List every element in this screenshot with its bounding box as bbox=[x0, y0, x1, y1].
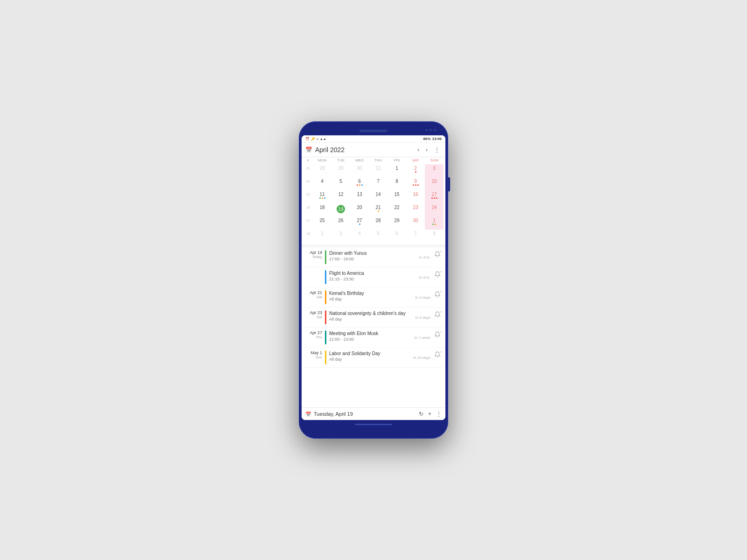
cal-day[interactable]: 28 bbox=[369, 217, 388, 230]
cal-day-sat[interactable]: 23 bbox=[406, 203, 425, 217]
wifi-icon: ⌾ bbox=[317, 137, 318, 140]
cal-day[interactable]: 20 bbox=[350, 203, 369, 217]
cal-day-today[interactable]: 19 bbox=[331, 203, 350, 217]
cal-day[interactable]: 25 bbox=[313, 217, 331, 230]
event-row[interactable]: May 1 Sun Labor and Solidarity Day All d… bbox=[303, 348, 444, 368]
event-date-day: Apr 27 bbox=[305, 330, 322, 335]
next-month-button[interactable]: › bbox=[424, 146, 430, 154]
cal-day[interactable]: 21 bbox=[369, 203, 388, 217]
cal-day[interactable]: 7 bbox=[406, 230, 425, 243]
cal-day[interactable]: 2 bbox=[313, 230, 331, 243]
cal-day[interactable]: 15 bbox=[388, 190, 406, 203]
home-bar bbox=[302, 420, 445, 428]
week-row-16: 16 18 19 20 21 22 23 24 bbox=[303, 203, 444, 217]
cal-day[interactable]: 5 bbox=[369, 230, 388, 243]
cal-day-sun[interactable]: 17 bbox=[425, 190, 444, 203]
event-row[interactable]: Flight to America 21:15 - 23:30 In 9 hr.… bbox=[303, 267, 444, 287]
cal-day[interactable]: 7 bbox=[369, 177, 388, 190]
key-icon: 🔑 bbox=[311, 137, 315, 141]
cal-day-sun-next[interactable]: 1 bbox=[425, 217, 444, 230]
more-bottom-button[interactable]: ⋮ bbox=[436, 411, 442, 417]
event-details: Meeting with Elon Musk 12:00 - 13:00 bbox=[329, 330, 409, 342]
cal-day[interactable]: 5 bbox=[331, 177, 350, 190]
event-bar bbox=[325, 330, 326, 344]
clock-time: 13:06 bbox=[432, 137, 442, 141]
cal-day-sat[interactable]: 16 bbox=[406, 190, 425, 203]
phone-dot-3 bbox=[434, 129, 436, 131]
sat-header: SAT bbox=[406, 157, 425, 163]
cal-day[interactable]: 8 bbox=[388, 177, 406, 190]
event-details: Flight to America 21:15 - 23:30 bbox=[329, 270, 409, 281]
cal-day[interactable]: 4 bbox=[350, 230, 369, 243]
event-time: All day bbox=[329, 297, 409, 301]
add-reminder-button[interactable]: + bbox=[433, 310, 442, 319]
cal-day[interactable]: 30 bbox=[350, 164, 369, 177]
cal-day[interactable]: 22 bbox=[388, 203, 406, 217]
cal-day[interactable]: 29 bbox=[331, 164, 350, 177]
event-title: Kemal's Birthday bbox=[329, 290, 409, 296]
add-event-button[interactable]: + bbox=[428, 411, 431, 417]
event-row[interactable]: Apr 21 Sat Kemal's Birthday All day In 2… bbox=[303, 287, 444, 308]
week-row-15: 15 11 12 13 14 15 16 17 bbox=[303, 190, 444, 203]
cal-day-sat[interactable]: 2 bbox=[406, 164, 425, 177]
phone-dots bbox=[425, 129, 436, 131]
cal-day[interactable]: 13 bbox=[350, 190, 369, 203]
event-date-label: Sat bbox=[305, 315, 322, 319]
cal-day[interactable]: 28 bbox=[313, 164, 331, 177]
add-reminder-button[interactable]: + bbox=[433, 250, 442, 259]
week-17-num: 17 bbox=[303, 217, 313, 230]
more-options-button[interactable]: ⋮ bbox=[432, 146, 442, 154]
add-reminder-button[interactable]: + bbox=[433, 290, 442, 299]
cal-day[interactable]: 12 bbox=[331, 190, 350, 203]
cal-day-sat[interactable]: 9 bbox=[406, 177, 425, 190]
event-row[interactable]: Apr 19 Today Dinner with Yunus 17:00 - 1… bbox=[303, 247, 444, 267]
event-row[interactable]: Apr 27 Thu Meeting with Elon Musk 12:00 … bbox=[303, 328, 444, 348]
cal-day-sun[interactable]: 24 bbox=[425, 203, 444, 217]
cal-day[interactable]: 3 bbox=[331, 230, 350, 243]
cal-day[interactable]: 26 bbox=[331, 217, 350, 230]
event-date-day: Apr 23 bbox=[305, 310, 322, 315]
event-details: National sovereignty & children's day Al… bbox=[329, 310, 409, 322]
cal-day-sun[interactable]: 3 bbox=[425, 164, 444, 177]
add-reminder-button[interactable]: + bbox=[433, 270, 442, 279]
cal-day[interactable]: 6 bbox=[350, 177, 369, 190]
event-bar bbox=[325, 290, 326, 304]
add-reminder-button[interactable]: + bbox=[433, 330, 442, 339]
cal-day[interactable]: 4 bbox=[313, 177, 331, 190]
event-bar bbox=[325, 250, 326, 264]
refresh-button[interactable]: ↻ bbox=[419, 411, 423, 417]
status-bar: ⏰ 🔑 ⌾ ▲▲ 86% 13:06 bbox=[302, 135, 445, 143]
cal-day[interactable]: 11 bbox=[313, 190, 331, 203]
cal-day[interactable]: 6 bbox=[388, 230, 406, 243]
cal-day[interactable]: 18 bbox=[313, 203, 331, 217]
event-relative-time: In 4 hr. bbox=[412, 255, 430, 259]
prev-month-button[interactable]: ‹ bbox=[416, 146, 421, 154]
phone-dot-2 bbox=[430, 129, 432, 131]
cal-day[interactable]: 1 bbox=[388, 164, 406, 177]
cal-day-sat[interactable]: 30 bbox=[406, 217, 425, 230]
cal-day-sun[interactable]: 10 bbox=[425, 177, 444, 190]
week-row-18: 18 2 3 4 5 6 7 8 bbox=[303, 230, 444, 243]
cal-day[interactable]: 14 bbox=[369, 190, 388, 203]
phone-camera bbox=[311, 129, 315, 133]
alarm-icon: ⏰ bbox=[305, 137, 310, 141]
event-time: 17:00 - 19:00 bbox=[329, 257, 409, 261]
cal-day[interactable]: 29 bbox=[388, 217, 406, 230]
cal-day[interactable]: 8 bbox=[425, 230, 444, 243]
event-row[interactable]: Apr 23 Sat National sovereignty & childr… bbox=[303, 308, 444, 328]
phone-screen: ⏰ 🔑 ⌾ ▲▲ 86% 13:06 📅 April 2022 ‹ › ⋮ # bbox=[302, 135, 445, 420]
event-date-day: Apr 21 bbox=[305, 290, 322, 295]
side-button bbox=[448, 177, 450, 191]
calendar-header-row: # MON TUE WED THU FRI SAT SUN bbox=[303, 157, 444, 163]
event-relative-time: In 10 days bbox=[412, 356, 430, 360]
header-nav: ‹ › ⋮ bbox=[416, 146, 442, 154]
event-date: Apr 23 Sat bbox=[305, 310, 322, 319]
battery-percent: 86% bbox=[423, 137, 431, 141]
event-relative-time: In 9 hr. bbox=[412, 275, 430, 280]
cal-day[interactable]: 31 bbox=[369, 164, 388, 177]
week-14-num: 14 bbox=[303, 177, 313, 190]
cal-day[interactable]: 27 bbox=[350, 217, 369, 230]
phone-frame: ⏰ 🔑 ⌾ ▲▲ 86% 13:06 📅 April 2022 ‹ › ⋮ # bbox=[299, 121, 448, 439]
event-date-label: Thu bbox=[305, 335, 322, 339]
add-reminder-button[interactable]: + bbox=[433, 350, 442, 359]
